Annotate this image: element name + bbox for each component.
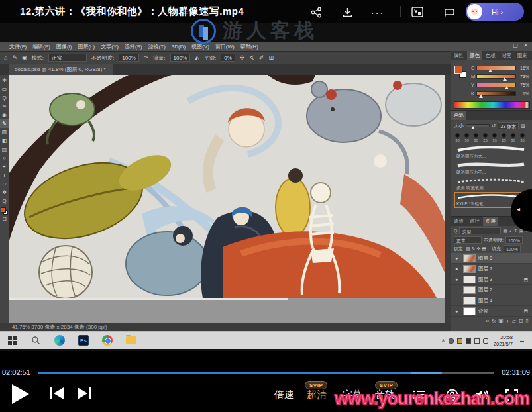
pen-tool-icon[interactable]: ✒ xyxy=(0,162,9,171)
eyedropper-tool-icon[interactable]: ◉ xyxy=(0,111,9,119)
play-button[interactable] xyxy=(12,384,29,404)
gradient-tool-icon[interactable]: ▤ xyxy=(0,145,9,154)
tab-paths[interactable]: 路径 xyxy=(467,217,482,226)
tray-mic-icon[interactable] xyxy=(449,338,454,344)
adjustment-layer-icon[interactable]: ◐ xyxy=(506,318,509,324)
download-icon[interactable] xyxy=(339,4,355,20)
opacity-field[interactable]: 100% xyxy=(119,54,138,62)
layer-thumbnail[interactable] xyxy=(463,276,476,283)
filter-adjust-icon[interactable]: ◐ xyxy=(509,229,512,233)
brush-item[interactable]: 硬边圆压力大... xyxy=(455,145,528,160)
delete-layer-icon[interactable]: ▯ xyxy=(526,318,529,324)
tray-volume-icon[interactable] xyxy=(483,338,488,344)
brush-preset[interactable]: 36 xyxy=(518,132,527,142)
tab-patterns[interactable]: 图案 xyxy=(515,51,530,60)
tray-app-icon[interactable] xyxy=(457,338,462,344)
brush-preset[interactable]: 30 xyxy=(462,132,471,142)
tab-brushes[interactable]: 画笔 xyxy=(451,111,466,120)
action-center-icon[interactable] xyxy=(519,338,525,344)
brush-tool-icon[interactable]: ✎ xyxy=(0,119,9,128)
menu-window[interactable]: 窗口(W) xyxy=(215,43,235,50)
flow-field[interactable]: 100% xyxy=(170,54,190,62)
brush-size-slider[interactable] xyxy=(466,124,490,127)
eye-icon[interactable]: ● xyxy=(452,277,460,282)
blur-tool-icon[interactable]: ○ xyxy=(0,154,9,162)
lasso-tool-icon[interactable]: Ϙ xyxy=(0,93,9,102)
layer-thumbnail[interactable] xyxy=(463,286,476,294)
menu-select[interactable]: 选择(S) xyxy=(125,43,142,50)
canvas-artwork[interactable] xyxy=(9,75,445,298)
playlist-icon[interactable] xyxy=(412,388,427,401)
tab-gradients[interactable]: 渐变 xyxy=(499,51,514,60)
tab-swatches[interactable]: 色板 xyxy=(483,51,498,60)
airbrush-icon[interactable]: ◭ xyxy=(195,54,199,61)
brush-settings-icon[interactable]: ▨ xyxy=(521,123,525,129)
fullscreen-icon[interactable] xyxy=(504,388,519,401)
mode-select[interactable]: 正常 xyxy=(48,54,87,62)
quality-button[interactable]: 超清 xyxy=(307,389,327,401)
brush-item[interactable]: 柔角 喷溅笔刷... xyxy=(455,177,528,191)
brush-preset-icon[interactable]: ◉ xyxy=(22,54,27,61)
screen-mode-icon[interactable]: ⊡ xyxy=(0,215,9,223)
angle-icon[interactable]: ∢ xyxy=(249,54,254,61)
layer-thumbnail[interactable] xyxy=(463,297,476,305)
subtitles-button[interactable]: 字幕 xyxy=(343,389,362,401)
lock-position-icon[interactable]: ✛ xyxy=(476,246,480,252)
brush-preset[interactable]: 30 xyxy=(472,132,480,142)
crop-tool-icon[interactable]: ✂ xyxy=(0,102,9,111)
brush-preset[interactable]: 25 xyxy=(481,132,490,142)
layer-row-selected[interactable]: ● 图层 8 xyxy=(451,253,532,264)
menu-file[interactable]: 文件(F) xyxy=(9,43,27,50)
cast-icon[interactable] xyxy=(441,4,457,20)
menu-image[interactable]: 图像(I) xyxy=(56,43,72,50)
lock-pixels-icon[interactable]: ✎ xyxy=(472,246,476,252)
chrome-icon[interactable] xyxy=(99,333,115,348)
filter-search-icon[interactable]: Q xyxy=(454,229,457,233)
brush-tool-icon[interactable]: ✎ xyxy=(12,54,17,61)
cyan-slider[interactable]: C 16% xyxy=(471,64,529,71)
tab-channels[interactable]: 通道 xyxy=(451,217,466,226)
magenta-slider[interactable]: M 73% xyxy=(471,73,529,79)
shape-tool-icon[interactable]: ▱ xyxy=(0,180,9,188)
seek-bar[interactable] xyxy=(38,372,494,374)
tray-flag-icon[interactable] xyxy=(466,338,471,344)
symmetry-icon[interactable]: ⊞ xyxy=(268,54,274,61)
layer-thumbnail[interactable] xyxy=(463,265,476,273)
layer-style-icon[interactable]: fx xyxy=(492,318,496,324)
taskbar-search-icon[interactable] xyxy=(28,333,44,348)
foreground-color-swatch[interactable] xyxy=(1,207,8,215)
taskbar-clock[interactable]: 20:58 2021/5/7 xyxy=(494,335,513,347)
black-slider[interactable]: K 1% xyxy=(471,90,529,97)
more-icon[interactable]: ··· xyxy=(370,4,386,20)
layer-row-background[interactable]: ● 背景 ⬒ xyxy=(451,306,532,317)
menu-help[interactable]: 帮助(H) xyxy=(240,43,258,50)
layer-row[interactable]: ● 图层 3 ⬒ xyxy=(451,274,532,285)
menu-view[interactable]: 视图(V) xyxy=(191,43,209,50)
clone-stamp-tool-icon[interactable]: ▨ xyxy=(0,128,9,136)
start-button[interactable] xyxy=(4,333,20,348)
filter-type-select[interactable]: 类型 xyxy=(459,227,501,234)
edge-icon[interactable] xyxy=(52,333,68,348)
smooth-field[interactable]: 0% xyxy=(221,54,235,62)
fg-bg-color-swatches[interactable] xyxy=(454,66,465,76)
record-icon[interactable] xyxy=(445,388,459,401)
volume-icon[interactable] xyxy=(474,388,489,401)
pressure-opacity-icon[interactable]: ✑ xyxy=(144,54,149,61)
tab-layers[interactable]: 图层 xyxy=(483,217,498,226)
layer-row[interactable]: 图层 1 xyxy=(451,295,532,306)
tab-color[interactable]: 颜色 xyxy=(467,51,482,60)
layer-row[interactable]: ● 图层 7 xyxy=(451,264,532,274)
new-layer-icon[interactable]: ⊞ xyxy=(519,318,523,324)
document-tab[interactable]: docais.psd @ 41.8% (图层 0, RGB/8) * xyxy=(9,64,113,75)
link-layers-icon[interactable]: ∞ xyxy=(485,318,489,324)
reset-icon[interactable]: ↺ xyxy=(492,123,496,129)
menu-edit[interactable]: 编辑(E) xyxy=(32,43,50,50)
smoothing-gear-icon[interactable]: ✣ xyxy=(240,54,245,61)
color-spectrum-ramp[interactable] xyxy=(454,101,530,109)
layer-row[interactable]: 图层 2 xyxy=(451,285,532,295)
marquee-tool-icon[interactable]: ▭ xyxy=(0,85,9,93)
photoshop-icon[interactable]: Ps xyxy=(76,333,91,348)
yellow-slider[interactable]: Y 75% xyxy=(471,81,529,88)
brush-item[interactable]: 硬边圆压力不... xyxy=(455,161,528,176)
menu-filter[interactable]: 滤镜(T) xyxy=(148,43,166,50)
